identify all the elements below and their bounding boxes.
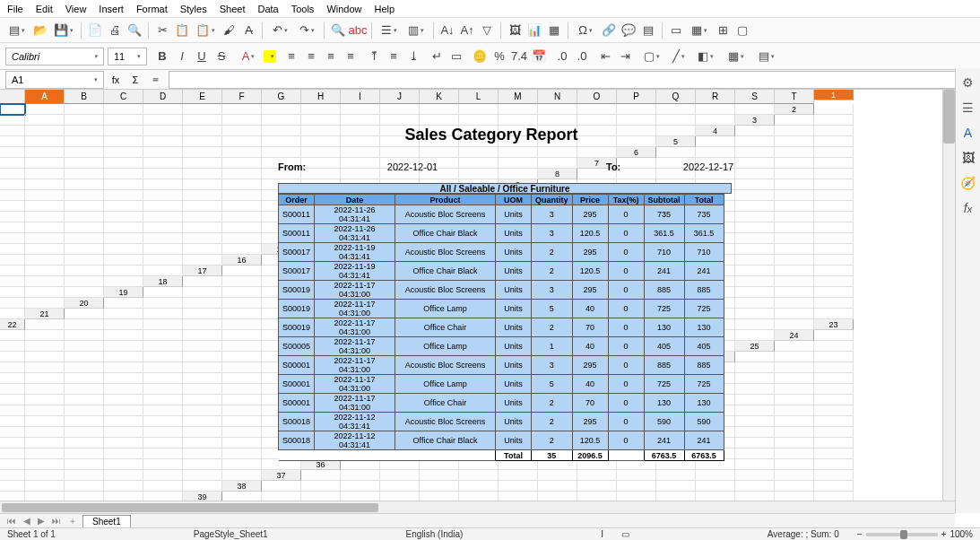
cell[interactable] [775,276,814,287]
cell[interactable] [459,362,499,373]
cell[interactable] [499,115,538,126]
cell[interactable] [222,470,262,481]
cell[interactable] [25,222,65,233]
row-header[interactable]: 21 [25,309,65,319]
font-name-input[interactable]: Calibri▾ [5,48,104,65]
cell[interactable] [104,158,143,169]
row-header[interactable]: 9 [499,179,538,190]
cell[interactable] [222,212,262,222]
cell[interactable] [222,147,262,158]
cell[interactable] [262,104,301,115]
cell[interactable] [222,352,262,362]
status-pagestyle[interactable]: PageStyle_Sheet1 [194,529,268,539]
cell[interactable] [222,438,262,449]
cell[interactable] [65,438,104,449]
cell[interactable] [735,416,775,427]
cell[interactable] [104,233,143,244]
cell[interactable] [143,233,183,244]
cell[interactable] [380,362,420,373]
cell[interactable] [499,190,538,201]
cell[interactable] [696,481,735,492]
cell[interactable] [775,341,814,352]
cell[interactable] [262,384,301,395]
cell[interactable] [656,373,696,384]
add-sheet-button[interactable]: ＋ [66,515,79,527]
cell[interactable] [656,276,696,287]
cell[interactable] [262,298,301,309]
cell[interactable] [143,104,183,115]
cell[interactable] [65,104,104,115]
cell[interactable] [183,449,222,459]
cell[interactable] [262,201,301,212]
cell[interactable] [341,136,380,147]
cell[interactable] [617,405,656,416]
row-header[interactable]: 30 [538,395,577,405]
cell[interactable] [577,104,617,115]
cell[interactable] [656,427,696,438]
menu-edit[interactable]: Edit [36,4,53,14]
cell[interactable] [420,341,459,352]
cell[interactable] [262,416,301,427]
highlight-button[interactable] [264,50,276,63]
cell[interactable] [104,126,143,136]
horizontal-scrollbar[interactable] [0,501,955,513]
cell[interactable] [775,395,814,405]
cell[interactable] [459,384,499,395]
cell[interactable] [25,147,65,158]
cell[interactable] [814,190,854,201]
cell[interactable] [0,126,25,136]
tab-prev-icon[interactable]: ◀ [22,516,32,526]
cell[interactable] [222,126,262,136]
cell[interactable] [301,330,341,341]
cell[interactable] [104,255,143,266]
cell[interactable] [735,395,775,405]
cell[interactable] [262,395,301,405]
cell[interactable] [656,115,696,126]
cell[interactable] [538,255,577,266]
cell[interactable] [459,438,499,449]
cell[interactable] [301,212,341,222]
cell[interactable] [341,147,380,158]
cell[interactable] [25,158,65,169]
cell[interactable] [0,244,25,255]
cell[interactable] [420,276,459,287]
cell[interactable] [814,438,854,449]
cell[interactable] [301,298,341,309]
cell[interactable] [775,169,814,179]
menu-view[interactable]: View [65,4,87,14]
cell[interactable] [25,255,65,266]
cell[interactable] [735,244,775,255]
col-header[interactable]: N [538,90,577,104]
cell[interactable] [656,438,696,449]
cell[interactable] [143,287,183,298]
cell[interactable] [775,147,814,158]
cell[interactable] [222,266,262,276]
cell[interactable] [459,147,499,158]
col-button[interactable]: ▥ [404,22,428,39]
cell[interactable] [499,212,538,222]
freeze-button[interactable]: ▦ [688,22,711,39]
cell[interactable] [341,416,380,427]
cell[interactable] [25,459,65,470]
row-header[interactable]: 27 [656,362,696,373]
cell[interactable] [538,373,577,384]
cell[interactable] [538,405,577,416]
cell[interactable] [341,427,380,438]
col-header[interactable]: L [459,90,499,104]
cell[interactable] [656,352,696,362]
row-button[interactable]: ☰ [377,22,401,39]
cell[interactable] [775,190,814,201]
cell[interactable] [459,169,499,179]
cell[interactable] [341,126,380,136]
sort-asc-button[interactable]: A↓ [439,22,455,39]
cell[interactable] [0,287,25,298]
cell[interactable] [775,470,814,481]
menu-tools[interactable]: Tools [291,4,315,14]
indent-inc-button[interactable]: ⇥ [617,48,633,65]
cell[interactable] [104,309,143,319]
row-header[interactable]: 8 [538,169,577,179]
cell[interactable] [143,362,183,373]
row-header[interactable]: 18 [143,276,183,287]
cell[interactable] [499,169,538,179]
vertical-scrollbar[interactable] [942,90,955,501]
